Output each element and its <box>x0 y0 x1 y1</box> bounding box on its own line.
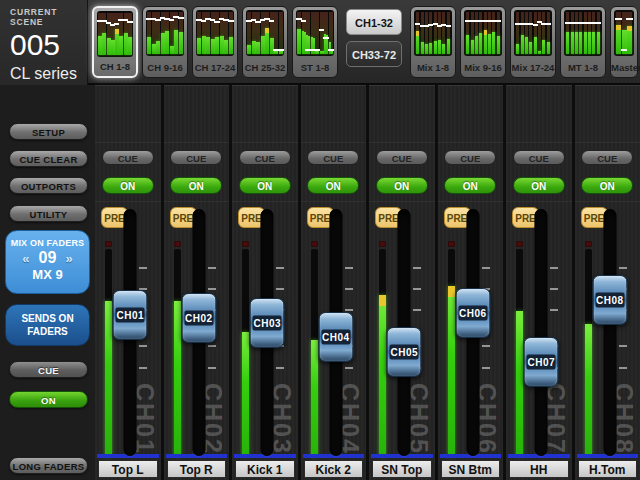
meter-bar <box>627 12 632 54</box>
meter-bar <box>274 12 278 54</box>
meter-fill <box>438 40 441 54</box>
meter-fill <box>416 31 419 54</box>
meter-bar <box>211 12 215 54</box>
mix-prev-icon[interactable]: « <box>22 251 29 266</box>
meter-fill <box>521 35 524 54</box>
sidebar-cue-button[interactable]: CUE <box>9 361 88 378</box>
utility-button[interactable]: UTILITY <box>9 205 88 222</box>
on-button[interactable]: ON <box>376 177 428 194</box>
fader-handle-label: CH07 <box>527 355 556 370</box>
meter-bar <box>547 12 550 54</box>
level-meter-fill <box>174 301 181 456</box>
header: CURRENT SCENE 005 CL series CH 1-8CH 9-1… <box>0 0 640 85</box>
meter-block-st-1-8[interactable]: ST 1-8 <box>292 6 338 78</box>
meter-block-master[interactable]: Master <box>610 6 638 78</box>
meter-block-ch-1-8[interactable]: CH 1-8 <box>92 6 138 78</box>
meter-block-mix-17-24[interactable]: Mix 17-24 <box>510 6 556 78</box>
meter-bar <box>416 12 419 54</box>
on-button[interactable]: ON <box>239 177 291 194</box>
fader-scale-tick <box>345 267 353 269</box>
fader-handle[interactable]: CH06 <box>455 288 490 338</box>
meter-peak <box>265 28 269 33</box>
on-button[interactable]: ON <box>444 177 496 194</box>
scene-number: 005 <box>10 28 87 62</box>
fader-handle[interactable]: CH02 <box>181 293 216 343</box>
meter-block-mix-9-16[interactable]: Mix 9-16 <box>460 6 506 78</box>
level-meter-fill <box>585 324 592 456</box>
cue-button[interactable]: CUE <box>307 150 359 165</box>
cue-button[interactable]: CUE <box>444 150 496 165</box>
fader-handle[interactable]: CH07 <box>524 337 559 387</box>
console-model: CL series <box>10 65 87 83</box>
meter-block-label: ST 1-8 <box>293 62 337 73</box>
cue-clear-button[interactable]: CUE CLEAR <box>9 150 88 167</box>
sends-on-faders-button[interactable]: SENDS ON FADERS <box>5 304 90 346</box>
channel-name[interactable]: H.Tom <box>578 460 638 478</box>
meter-bar <box>488 12 491 54</box>
meter-bar <box>592 12 595 54</box>
channel-name[interactable]: Top L <box>98 460 158 478</box>
meter-fill <box>270 38 274 54</box>
fader-track[interactable] <box>535 209 548 456</box>
meter-bar <box>270 12 274 54</box>
outports-button[interactable]: OUTPORTS <box>9 177 88 194</box>
mix-on-faders-panel[interactable]: MIX ON FADERS « 09 » MX 9 <box>5 230 90 294</box>
on-button[interactable]: ON <box>581 177 633 194</box>
meter-fill <box>156 41 160 54</box>
meter-fill <box>206 37 210 54</box>
meter-fill <box>215 37 219 54</box>
sidebar-on-button[interactable]: ON <box>9 391 88 408</box>
channel-strip-ch04: CUEONPRECH04CH04Kick 2 <box>301 85 367 480</box>
fader-handle[interactable]: CH04 <box>318 312 353 362</box>
fader-handle[interactable]: CH03 <box>250 298 285 348</box>
meter-over-led <box>311 241 318 247</box>
cue-button[interactable]: CUE <box>513 150 565 165</box>
cue-button[interactable]: CUE <box>102 150 154 165</box>
bank-ch33-72-button[interactable]: CH33-72 <box>346 41 402 67</box>
channel-name[interactable]: SN Top <box>372 460 432 478</box>
meter-block-ch-9-16[interactable]: CH 9-16 <box>142 6 188 78</box>
cue-button[interactable]: CUE <box>239 150 291 165</box>
fader-scale-tick <box>482 345 490 347</box>
channel-name[interactable]: SN Btm <box>441 460 501 478</box>
on-button[interactable]: ON <box>307 177 359 194</box>
meter-block-ch-17-24[interactable]: CH 17-24 <box>192 6 238 78</box>
meter-screen <box>514 10 552 56</box>
level-meter-fill <box>379 295 386 456</box>
channel-name[interactable]: Kick 1 <box>235 460 295 478</box>
channel-name[interactable]: HH <box>509 460 569 478</box>
fader-position-mark <box>278 49 284 51</box>
meter-bar <box>538 12 541 54</box>
level-meter <box>174 249 181 456</box>
meter-block-mix-1-8[interactable]: Mix 1-8 <box>410 6 456 78</box>
fader-handle[interactable]: CH05 <box>387 327 422 377</box>
on-button[interactable]: ON <box>170 177 222 194</box>
channel-name[interactable]: Kick 2 <box>304 460 364 478</box>
bank-ch1-32-button[interactable]: CH1-32 <box>346 9 402 35</box>
cue-button[interactable]: CUE <box>170 150 222 165</box>
channel-name[interactable]: Top R <box>167 460 227 478</box>
meter-block-mt-1-8[interactable]: MT 1-8 <box>560 6 606 78</box>
mix-next-icon[interactable]: » <box>65 251 72 266</box>
meter-fill <box>466 35 469 54</box>
fader-track[interactable] <box>603 209 616 456</box>
fader-scale-tick <box>619 367 627 369</box>
cue-button[interactable]: CUE <box>581 150 633 165</box>
meter-fill <box>471 40 474 54</box>
meter-block-label: Mix 9-16 <box>461 62 505 73</box>
on-button[interactable]: ON <box>513 177 565 194</box>
fader-handle[interactable]: CH08 <box>592 275 627 325</box>
setup-button[interactable]: SETUP <box>9 123 88 140</box>
fader-position-mark <box>496 20 501 22</box>
on-button[interactable]: ON <box>102 177 154 194</box>
level-meter-peak <box>448 286 455 297</box>
cue-button[interactable]: CUE <box>376 150 428 165</box>
meter-fill <box>525 37 528 54</box>
meter-fill <box>279 51 283 54</box>
meter-block-label: CH 17-24 <box>193 62 237 73</box>
meter-block-ch-25-32[interactable]: CH 25-32 <box>242 6 288 78</box>
long-faders-button[interactable]: LONG FADERS <box>9 457 88 474</box>
meter-fill <box>516 44 519 54</box>
fader-handle[interactable]: CH01 <box>113 290 148 340</box>
meter-fill <box>128 37 132 55</box>
